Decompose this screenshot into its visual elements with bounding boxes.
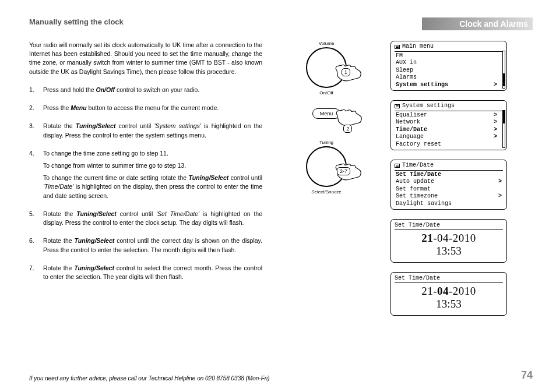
menu-item: Set Time/Date [395, 171, 503, 179]
screen-set-time-2: Set Time/Date 21-04-2010 13:53 [390, 272, 507, 316]
screens-column: Main menu FMAUX inSleepAlarmsSystem sett… [390, 41, 507, 316]
menu-item: Set format [395, 186, 503, 193]
menu-item: Factory reset [395, 141, 498, 149]
screen-time-date: Time/Date Set Time/DateAuto update>Set f… [390, 160, 507, 210]
menu-item: Sleep [395, 67, 498, 75]
page-header: Manually setting the clock Clock and Ala… [29, 17, 533, 30]
menu-list: Equaliser>Network>Time/Date>Language>Fac… [395, 112, 498, 149]
menu-list: Set Time/DateAuto update>Set formatSet t… [395, 171, 503, 208]
menu-item: Language> [395, 133, 498, 141]
step-4: To change the time zone setting go to st… [29, 149, 262, 200]
step-1: Press and hold the On/Off control to swi… [29, 86, 262, 94]
manual-page: Manually setting the clock Clock and Ala… [0, 0, 556, 392]
screen-system-settings: System settings Equaliser>Network>Time/D… [390, 100, 507, 150]
menu-item: FM [395, 52, 498, 60]
intro-paragraph: Your radio will normally set its clock a… [29, 41, 262, 76]
menu-item: Alarms [395, 74, 498, 82]
step-5: Rotate the Tuning/Select control until '… [29, 210, 262, 227]
diagram-menu-button: Menu 2 [312, 108, 341, 119]
scrollbar-thumb [503, 111, 505, 123]
chapter-tab: Clock and Alarms [422, 17, 533, 30]
diagram-tuning-dial: Tuning 2-7 Select/Snooze [306, 140, 347, 195]
scrollbar-thumb [503, 73, 505, 86]
menu-item: Daylight savings [395, 200, 503, 208]
list-icon [395, 104, 400, 108]
menu-item: System settings> [395, 82, 498, 89]
diagrams-column: Volume 1 On/Off Menu 2 [274, 41, 379, 316]
steps-list: Press and hold the On/Off control to swi… [29, 86, 262, 281]
instructions-column: Your radio will normally set its clock a… [29, 41, 262, 316]
screen-set-time-1: Set Time/Date 21-04-2010 13:53 [390, 219, 507, 263]
list-icon [395, 45, 400, 49]
step-badge: 2-7 [337, 167, 350, 175]
scrollbar [502, 51, 505, 89]
scrollbar [502, 110, 505, 148]
page-footer: If you need any further advice, please c… [29, 369, 533, 382]
menu-list: FMAUX inSleepAlarmsSystem settings> [395, 52, 498, 89]
step-2: Press the Menu button to access the menu… [29, 104, 262, 112]
diagram-volume-dial: Volume 1 On/Off [306, 41, 347, 96]
menu-item: Time/Date> [395, 126, 498, 134]
section-title: Manually setting the clock [29, 17, 124, 26]
menu-item: Set timezone> [395, 193, 503, 200]
menu-item: Network> [395, 119, 498, 126]
menu-item: Auto update> [395, 178, 503, 186]
screen-main-menu: Main menu FMAUX inSleepAlarmsSystem sett… [390, 41, 507, 91]
menu-item: Equaliser> [395, 112, 498, 119]
step-7: Rotate the Tuning/Select control to sele… [29, 264, 262, 281]
step-badge: 2 [343, 125, 352, 133]
step-badge: 1 [342, 68, 350, 76]
list-icon [395, 164, 400, 168]
menu-item: AUX in [395, 59, 498, 67]
step-6: Rotate the Tuning/Select control until t… [29, 236, 262, 254]
helpline-text: If you need any further advice, please c… [29, 375, 270, 382]
step-3: Rotate the Tuning/Select control until '… [29, 122, 262, 139]
page-number: 74 [521, 369, 533, 382]
